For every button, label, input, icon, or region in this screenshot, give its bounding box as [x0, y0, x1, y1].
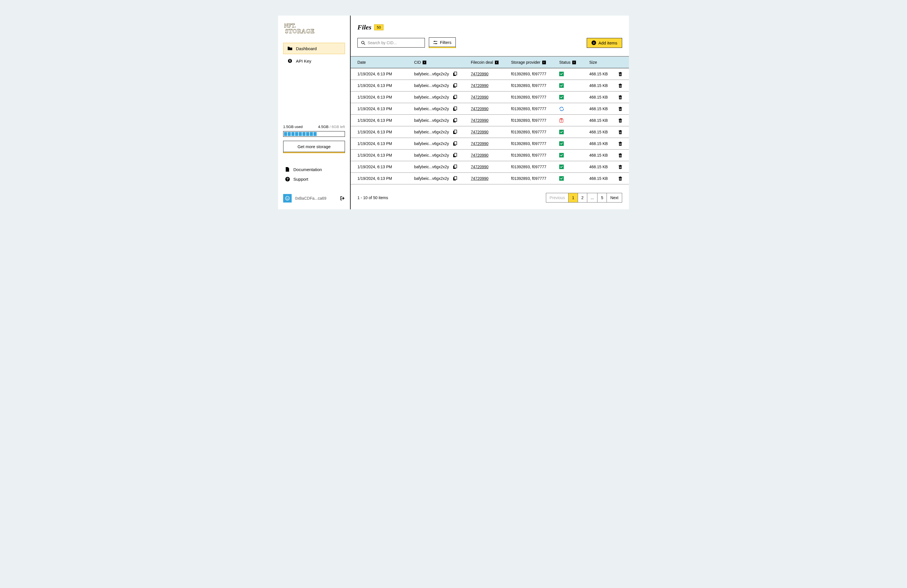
cell-deal: 74720990 — [471, 72, 511, 76]
util-link-documentation[interactable]: Documentation — [283, 165, 345, 174]
sidebar-item-dashboard[interactable]: Dashboard — [283, 43, 345, 54]
item-count-badge: 50 — [374, 24, 383, 30]
svg-rect-96 — [454, 176, 457, 180]
cell-date: 1/19/2024, 6:13 PM — [357, 72, 414, 76]
status-ok-icon — [559, 153, 564, 158]
sidebar-item-api-key[interactable]: API Key — [283, 55, 345, 67]
delete-row-button[interactable] — [619, 153, 622, 158]
deal-link[interactable]: 74720990 — [471, 165, 488, 169]
cell-cid: bafybeic...v6gx2x2y — [414, 141, 471, 146]
sidebar-item-label: API Key — [296, 59, 311, 64]
table-row: 1/19/2024, 6:13 PMbafybeic...v6gx2x2y747… — [351, 126, 629, 138]
copy-cid-button[interactable] — [453, 153, 457, 158]
page-btn-1[interactable]: 1 — [569, 193, 578, 202]
cell-cid: bafybeic...v6gx2x2y — [414, 95, 471, 99]
status-ok-icon — [559, 176, 564, 181]
copy-cid-button[interactable] — [453, 176, 457, 181]
cell-status — [559, 176, 589, 181]
search-box[interactable] — [357, 38, 425, 48]
copy-cid-button[interactable] — [453, 72, 457, 76]
cell-status — [559, 165, 589, 169]
deal-link[interactable]: 74720990 — [471, 83, 488, 88]
key-icon — [287, 58, 293, 64]
copy-cid-button[interactable] — [453, 130, 457, 134]
status-ok-icon — [559, 72, 564, 76]
cell-size: 468.15 KB — [589, 176, 617, 181]
storage-segment — [303, 132, 306, 136]
util-link-support[interactable]: ?Support — [283, 174, 345, 184]
info-icon[interactable]: i — [572, 61, 576, 64]
cell-size: 468.15 KB — [589, 83, 617, 88]
cell-size: 468.15 KB — [589, 130, 617, 134]
cell-provider: f01392893, f097777 — [511, 118, 559, 123]
table-row: 1/19/2024, 6:13 PMbafybeic...v6gx2x2y747… — [351, 115, 629, 126]
info-icon[interactable]: i — [423, 61, 426, 64]
svg-rect-36 — [454, 95, 457, 98]
page-title: Files — [357, 24, 371, 31]
svg-rect-18 — [436, 43, 436, 44]
deal-link[interactable]: 74720990 — [471, 130, 488, 134]
cell-provider: f01392893, f097777 — [511, 107, 559, 111]
delete-row-button[interactable] — [619, 107, 622, 111]
table-row: 1/19/2024, 6:13 PMbafybeic...v6gx2x2y747… — [351, 138, 629, 150]
util-link-label: Support — [293, 177, 308, 182]
copy-cid-button[interactable] — [453, 141, 457, 146]
add-items-button[interactable]: + Add items — [587, 38, 622, 48]
delete-row-button[interactable] — [619, 118, 622, 123]
nav-list: DashboardAPI Key — [283, 43, 345, 68]
table-row: 1/19/2024, 6:13 PMbafybeic...v6gx2x2y747… — [351, 150, 629, 161]
info-icon[interactable]: i — [542, 61, 546, 64]
cell-cid: bafybeic...v6gx2x2y — [414, 72, 471, 76]
logout-button[interactable] — [340, 196, 345, 201]
delete-row-button[interactable] — [619, 72, 622, 76]
cell-status — [559, 141, 589, 146]
copy-cid-button[interactable] — [453, 118, 457, 123]
table-row: 1/19/2024, 6:13 PMbafybeic...v6gx2x2y747… — [351, 68, 629, 80]
copy-cid-button[interactable] — [453, 165, 457, 169]
deal-link[interactable]: 74720990 — [471, 107, 488, 111]
page-btn-2[interactable]: 2 — [578, 193, 587, 202]
cell-size: 468.15 KB — [589, 72, 617, 76]
delete-row-button[interactable] — [619, 83, 622, 88]
wallet-row: 0xBaCDFa...ca69 — [283, 194, 345, 203]
delete-row-button[interactable] — [619, 165, 622, 169]
page-btn-next[interactable]: Next — [607, 193, 622, 202]
cell-deal: 74720990 — [471, 83, 511, 88]
delete-row-button[interactable] — [619, 130, 622, 134]
page-btn-...[interactable]: ... — [587, 193, 598, 202]
status-error-icon — [559, 118, 564, 123]
utility-links: Documentation?Support — [283, 165, 345, 184]
deal-link[interactable]: 74720990 — [471, 95, 488, 99]
deal-link[interactable]: 74720990 — [471, 72, 488, 76]
info-icon[interactable]: i — [495, 61, 498, 64]
folder-icon — [287, 46, 293, 51]
doc-icon — [285, 167, 290, 172]
copy-cid-button[interactable] — [453, 83, 457, 88]
deal-link[interactable]: 74720990 — [471, 118, 488, 123]
svg-point-11 — [287, 197, 287, 198]
cell-provider: f01392893, f097777 — [511, 72, 559, 76]
wallet-address: 0xBaCDFa...ca69 — [295, 196, 337, 201]
copy-cid-button[interactable] — [453, 107, 457, 111]
page-btn-5[interactable]: 5 — [598, 193, 607, 202]
get-more-storage-button[interactable]: Get more storage — [283, 141, 345, 153]
deal-link[interactable]: 74720990 — [471, 153, 488, 158]
deal-link[interactable]: 74720990 — [471, 176, 488, 181]
cell-deal: 74720990 — [471, 118, 511, 123]
svg-rect-75 — [620, 142, 621, 142]
deal-link[interactable]: 74720990 — [471, 141, 488, 146]
toolbar: Filters + Add items — [351, 37, 629, 48]
filters-button[interactable]: Filters — [429, 37, 456, 48]
delete-row-button[interactable] — [619, 176, 622, 181]
cell-provider: f01392893, f097777 — [511, 165, 559, 169]
add-items-label: Add items — [598, 40, 617, 45]
cell-size: 468.15 KB — [589, 95, 617, 99]
storage-segment — [284, 132, 287, 136]
table-row: 1/19/2024, 6:13 PMbafybeic...v6gx2x2y747… — [351, 80, 629, 91]
delete-row-button[interactable] — [619, 95, 622, 99]
copy-cid-button[interactable] — [453, 95, 457, 99]
cell-date: 1/19/2024, 6:13 PM — [357, 83, 414, 88]
svg-rect-80 — [454, 153, 457, 157]
search-input[interactable] — [368, 40, 421, 45]
delete-row-button[interactable] — [619, 142, 622, 146]
